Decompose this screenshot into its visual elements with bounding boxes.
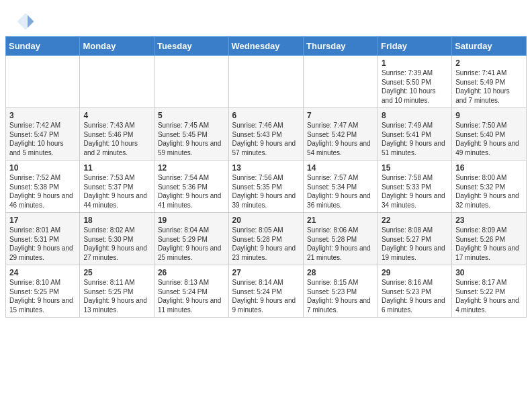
calendar-day-cell: 5Sunrise: 7:45 AM Sunset: 5:45 PM Daylig…: [154, 108, 228, 161]
weekday-header-thursday: Thursday: [304, 37, 378, 56]
day-number: 6: [232, 111, 300, 120]
day-info: Sunrise: 7:46 AM Sunset: 5:43 PM Dayligh…: [232, 121, 300, 157]
calendar-week-row: 24Sunrise: 8:10 AM Sunset: 5:25 PM Dayli…: [6, 265, 527, 318]
empty-cell: [228, 56, 304, 108]
weekday-header-friday: Friday: [378, 37, 452, 56]
calendar-day-cell: 10Sunrise: 7:52 AM Sunset: 5:38 PM Dayli…: [6, 161, 80, 213]
day-info: Sunrise: 8:05 AM Sunset: 5:28 PM Dayligh…: [232, 226, 300, 262]
day-info: Sunrise: 8:10 AM Sunset: 5:25 PM Dayligh…: [9, 278, 76, 314]
calendar-container: SundayMondayTuesdayWednesdayThursdayFrid…: [0, 36, 532, 323]
day-number: 13: [232, 163, 300, 173]
calendar-day-cell: 28Sunrise: 8:15 AM Sunset: 5:23 PM Dayli…: [304, 265, 378, 318]
day-info: Sunrise: 7:47 AM Sunset: 5:42 PM Dayligh…: [307, 121, 374, 157]
weekday-header-monday: Monday: [80, 37, 154, 56]
svg-marker-1: [28, 15, 34, 28]
day-info: Sunrise: 8:14 AM Sunset: 5:24 PM Dayligh…: [232, 278, 300, 314]
calendar-day-cell: 21Sunrise: 8:06 AM Sunset: 5:28 PM Dayli…: [304, 213, 378, 265]
day-number: 4: [83, 111, 150, 120]
calendar-table: SundayMondayTuesdayWednesdayThursdayFrid…: [5, 36, 527, 318]
calendar-week-row: 10Sunrise: 7:52 AM Sunset: 5:38 PM Dayli…: [6, 161, 527, 213]
day-number: 29: [382, 268, 448, 277]
calendar-day-cell: 2Sunrise: 7:41 AM Sunset: 5:49 PM Daylig…: [452, 56, 527, 108]
day-number: 19: [158, 216, 225, 225]
calendar-day-cell: 30Sunrise: 8:17 AM Sunset: 5:22 PM Dayli…: [452, 265, 527, 318]
day-number: 30: [455, 268, 523, 277]
day-info: Sunrise: 7:45 AM Sunset: 5:45 PM Dayligh…: [158, 121, 225, 157]
day-number: 15: [382, 163, 448, 173]
calendar-day-cell: 17Sunrise: 8:01 AM Sunset: 5:31 PM Dayli…: [6, 213, 80, 265]
empty-cell: [154, 56, 228, 108]
day-info: Sunrise: 7:54 AM Sunset: 5:36 PM Dayligh…: [158, 173, 225, 210]
day-info: Sunrise: 8:09 AM Sunset: 5:26 PM Dayligh…: [455, 226, 523, 262]
day-number: 9: [455, 111, 523, 120]
calendar-day-cell: 22Sunrise: 8:08 AM Sunset: 5:27 PM Dayli…: [378, 213, 452, 265]
calendar-day-cell: 15Sunrise: 7:58 AM Sunset: 5:33 PM Dayli…: [378, 161, 452, 213]
day-info: Sunrise: 7:56 AM Sunset: 5:35 PM Dayligh…: [232, 173, 300, 210]
empty-cell: [6, 56, 80, 108]
day-info: Sunrise: 8:00 AM Sunset: 5:32 PM Dayligh…: [455, 173, 523, 210]
day-info: Sunrise: 7:57 AM Sunset: 5:34 PM Dayligh…: [307, 173, 374, 210]
day-info: Sunrise: 7:58 AM Sunset: 5:33 PM Dayligh…: [382, 173, 448, 210]
day-info: Sunrise: 7:50 AM Sunset: 5:40 PM Dayligh…: [455, 121, 523, 157]
day-number: 1: [382, 58, 448, 68]
calendar-day-cell: 3Sunrise: 7:42 AM Sunset: 5:47 PM Daylig…: [6, 108, 80, 161]
calendar-day-cell: 27Sunrise: 8:14 AM Sunset: 5:24 PM Dayli…: [228, 265, 304, 318]
day-number: 17: [9, 216, 76, 225]
day-info: Sunrise: 8:06 AM Sunset: 5:28 PM Dayligh…: [307, 226, 374, 262]
calendar-day-cell: 11Sunrise: 7:53 AM Sunset: 5:37 PM Dayli…: [80, 161, 154, 213]
day-number: 5: [158, 111, 225, 120]
calendar-day-cell: 9Sunrise: 7:50 AM Sunset: 5:40 PM Daylig…: [452, 108, 527, 161]
calendar-day-cell: 8Sunrise: 7:49 AM Sunset: 5:41 PM Daylig…: [378, 108, 452, 161]
calendar-day-cell: 29Sunrise: 8:16 AM Sunset: 5:23 PM Dayli…: [378, 265, 452, 318]
calendar-week-row: 3Sunrise: 7:42 AM Sunset: 5:47 PM Daylig…: [6, 108, 527, 161]
calendar-day-cell: 25Sunrise: 8:11 AM Sunset: 5:25 PM Dayli…: [80, 265, 154, 318]
day-number: 24: [9, 268, 76, 277]
day-info: Sunrise: 8:02 AM Sunset: 5:30 PM Dayligh…: [83, 226, 150, 262]
day-info: Sunrise: 8:17 AM Sunset: 5:22 PM Dayligh…: [455, 278, 523, 314]
calendar-day-cell: 6Sunrise: 7:46 AM Sunset: 5:43 PM Daylig…: [228, 108, 304, 161]
day-info: Sunrise: 8:01 AM Sunset: 5:31 PM Dayligh…: [9, 226, 76, 262]
day-number: 7: [307, 111, 374, 120]
calendar-day-cell: 20Sunrise: 8:05 AM Sunset: 5:28 PM Dayli…: [228, 213, 304, 265]
calendar-day-cell: 13Sunrise: 7:56 AM Sunset: 5:35 PM Dayli…: [228, 161, 304, 213]
calendar-day-cell: 24Sunrise: 8:10 AM Sunset: 5:25 PM Dayli…: [6, 265, 80, 318]
day-info: Sunrise: 7:42 AM Sunset: 5:47 PM Dayligh…: [9, 121, 76, 157]
day-info: Sunrise: 8:16 AM Sunset: 5:23 PM Dayligh…: [382, 278, 448, 314]
day-number: 26: [158, 268, 225, 277]
empty-cell: [304, 56, 378, 108]
day-number: 22: [382, 216, 448, 225]
day-number: 14: [307, 163, 374, 173]
day-info: Sunrise: 8:13 AM Sunset: 5:24 PM Dayligh…: [158, 278, 225, 314]
calendar-day-cell: 14Sunrise: 7:57 AM Sunset: 5:34 PM Dayli…: [304, 161, 378, 213]
day-number: 23: [455, 216, 523, 225]
calendar-day-cell: 16Sunrise: 8:00 AM Sunset: 5:32 PM Dayli…: [452, 161, 527, 213]
logo-icon: [16, 12, 35, 31]
day-info: Sunrise: 8:11 AM Sunset: 5:25 PM Dayligh…: [83, 278, 150, 314]
calendar-day-cell: 19Sunrise: 8:04 AM Sunset: 5:29 PM Dayli…: [154, 213, 228, 265]
day-info: Sunrise: 7:53 AM Sunset: 5:37 PM Dayligh…: [83, 173, 150, 210]
calendar-day-cell: 1Sunrise: 7:39 AM Sunset: 5:50 PM Daylig…: [378, 56, 452, 108]
day-info: Sunrise: 7:39 AM Sunset: 5:50 PM Dayligh…: [382, 68, 448, 105]
weekday-header-wednesday: Wednesday: [228, 37, 304, 56]
day-number: 3: [9, 111, 76, 120]
calendar-day-cell: 12Sunrise: 7:54 AM Sunset: 5:36 PM Dayli…: [154, 161, 228, 213]
weekday-header-row: SundayMondayTuesdayWednesdayThursdayFrid…: [6, 37, 527, 56]
calendar-week-row: 17Sunrise: 8:01 AM Sunset: 5:31 PM Dayli…: [6, 213, 527, 265]
day-number: 2: [455, 58, 523, 68]
day-number: 20: [232, 216, 300, 225]
calendar-day-cell: 7Sunrise: 7:47 AM Sunset: 5:42 PM Daylig…: [304, 108, 378, 161]
day-info: Sunrise: 7:52 AM Sunset: 5:38 PM Dayligh…: [9, 173, 76, 210]
day-number: 11: [83, 163, 150, 173]
day-number: 28: [307, 268, 374, 277]
day-info: Sunrise: 8:15 AM Sunset: 5:23 PM Dayligh…: [307, 278, 374, 314]
day-info: Sunrise: 8:08 AM Sunset: 5:27 PM Dayligh…: [382, 226, 448, 262]
day-number: 25: [83, 268, 150, 277]
day-info: Sunrise: 7:49 AM Sunset: 5:41 PM Dayligh…: [382, 121, 448, 157]
calendar-day-cell: 4Sunrise: 7:43 AM Sunset: 5:46 PM Daylig…: [80, 108, 154, 161]
day-info: Sunrise: 7:41 AM Sunset: 5:49 PM Dayligh…: [455, 68, 523, 105]
day-number: 18: [83, 216, 150, 225]
day-number: 21: [307, 216, 374, 225]
day-number: 16: [455, 163, 523, 173]
empty-cell: [80, 56, 154, 108]
calendar-day-cell: 23Sunrise: 8:09 AM Sunset: 5:26 PM Dayli…: [452, 213, 527, 265]
